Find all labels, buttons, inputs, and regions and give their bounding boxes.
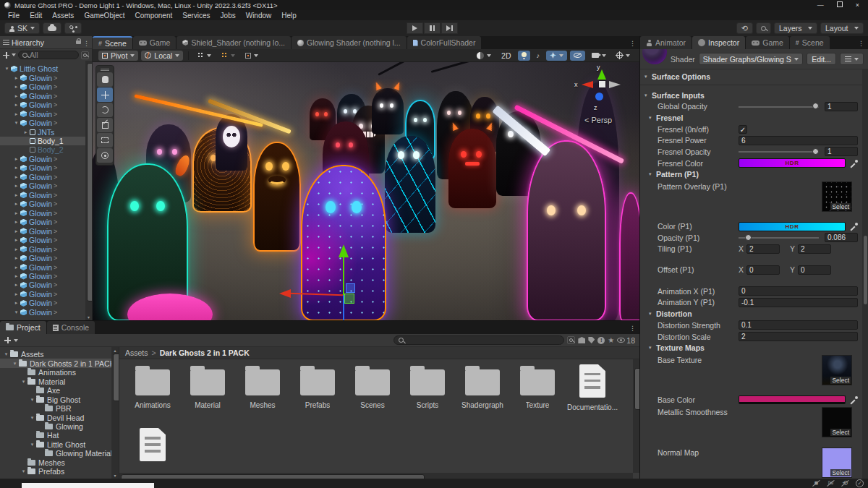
prefab-arrow[interactable]: > — [54, 119, 57, 127]
search-button[interactable] — [756, 22, 771, 34]
tree-scrollbar[interactable]: ▴ ▾ — [111, 347, 119, 479]
grid-item-texture[interactable]: Texture — [510, 362, 565, 426]
grid-scrollbar-vertical[interactable] — [633, 359, 639, 473]
hierarchy-row[interactable]: ▸Glowin> — [0, 82, 85, 91]
cloud-button[interactable] — [43, 22, 61, 34]
refresh-disabled-icon[interactable]: ⟲ — [841, 479, 849, 487]
expand-arrow-icon[interactable]: ▸ — [12, 265, 20, 270]
overlay-drag-handle[interactable] — [96, 66, 114, 72]
chevron-down-icon[interactable] — [14, 339, 18, 342]
y-field[interactable]: 2 — [798, 244, 831, 254]
expand-arrow-icon[interactable]: ▾ — [28, 442, 36, 448]
grid-item-meshes[interactable]: Meshes — [235, 362, 290, 426]
prefab-arrow[interactable]: > — [54, 291, 57, 298]
hierarchy-row[interactable]: ▾Glowin> — [0, 308, 85, 317]
transform-tool-button[interactable] — [97, 148, 113, 163]
prefab-arrow[interactable]: > — [54, 155, 57, 163]
foldout-fresnel[interactable]: ▾Fresnel — [640, 112, 862, 124]
audio-toggle[interactable]: ♪ — [533, 51, 544, 61]
hierarchy-row[interactable]: ▸Glowin> — [0, 262, 85, 271]
tab-shield-shader-nothing-lo-[interactable]: Shield_Shader (nothing lo... — [176, 36, 291, 49]
gizmo-plane-green[interactable] — [344, 294, 354, 304]
prefab-arrow[interactable]: > — [54, 174, 57, 181]
gizmo-y-arrow[interactable] — [339, 244, 349, 257]
select-button[interactable]: Select — [830, 377, 851, 384]
hierarchy-row[interactable]: ▸JNTs — [0, 127, 85, 136]
tab-console[interactable]: Console — [47, 321, 95, 334]
expand-arrow-icon[interactable]: ▸ — [12, 183, 20, 189]
expand-arrow-icon[interactable]: ▾ — [12, 120, 20, 126]
menu-component[interactable]: Component — [130, 12, 178, 20]
used-by-filter-icon[interactable]: ! — [597, 337, 605, 344]
prefab-arrow[interactable]: > — [54, 111, 57, 118]
tree-row-glowing-material[interactable]: Glowing Material — [0, 449, 111, 458]
foldout-surface-options[interactable]: ▾Surface Options — [640, 71, 862, 82]
menu-edit[interactable]: Edit — [25, 12, 47, 20]
chevron-down-icon[interactable] — [12, 53, 16, 56]
menu-file[interactable]: File — [3, 12, 25, 20]
gizmo-center-cube[interactable] — [599, 81, 605, 87]
slider-thumb[interactable] — [745, 234, 752, 241]
tree-row-prefabs[interactable]: ▾Prefabs — [0, 467, 111, 476]
view-orientation-gizmo[interactable] — [573, 67, 631, 117]
hierarchy-row[interactable]: ▸Glowin> — [0, 244, 85, 253]
account-button[interactable]: SK — [4, 22, 40, 34]
grid-item-scripts[interactable]: Scripts — [400, 362, 455, 426]
prefab-arrow[interactable]: > — [54, 254, 57, 262]
value-field[interactable]: 0.1 — [739, 320, 858, 330]
menu-services[interactable]: Services — [177, 12, 215, 20]
version-control-button[interactable] — [64, 22, 82, 34]
value-field[interactable]: 2 — [739, 332, 858, 341]
hierarchy-row[interactable]: ▸Glowin> — [0, 290, 85, 299]
prefab-arrow[interactable]: > — [54, 246, 57, 253]
prefab-arrow[interactable]: > — [54, 83, 57, 90]
expand-arrow-icon[interactable]: ▸ — [22, 129, 30, 135]
expand-arrow-icon[interactable]: ▸ — [12, 102, 20, 108]
2d-toggle[interactable]: 2D — [498, 51, 514, 61]
foldout-pattern-p1-[interactable]: ▾Pattern (P1) — [640, 169, 862, 181]
prefab-arrow[interactable]: > — [54, 192, 57, 199]
handle-rotation-dropdown[interactable]: Local — [141, 51, 183, 61]
tree-row-little-ghost[interactable]: ▾Little Ghost — [0, 440, 111, 449]
prefab-arrow[interactable]: > — [54, 164, 57, 171]
slider-thumb[interactable] — [812, 103, 819, 109]
hdr-color-field[interactable]: HDR — [739, 158, 846, 168]
tab-inspector[interactable]: Inspector — [692, 36, 745, 49]
tab-project[interactable]: Project — [0, 321, 46, 334]
hierarchy-row[interactable]: ▸Glowin> — [0, 163, 85, 172]
foldout-distortion[interactable]: ▾Distortion — [640, 308, 862, 320]
value-field[interactable]: 1 — [825, 147, 858, 156]
prefab-arrow[interactable]: > — [54, 182, 57, 189]
foldout-texture-maps[interactable]: ▾Texture Maps — [640, 342, 862, 354]
tree-row-assets[interactable]: ▾Assets — [0, 350, 111, 359]
black-texture-thumbnail[interactable]: Select — [822, 407, 852, 437]
layers-dropdown[interactable]: Layers — [774, 22, 817, 34]
prefab-arrow[interactable]: > — [54, 218, 57, 226]
scene-visibility-toggle[interactable] — [570, 51, 585, 61]
menu-jobs[interactable]: Jobs — [216, 12, 241, 20]
slider-thumb[interactable] — [812, 148, 819, 155]
minimize-button[interactable]: — — [817, 1, 824, 9]
expand-arrow-icon[interactable]: ▸ — [12, 219, 20, 225]
ghost-texture-thumbnail[interactable]: Select — [822, 355, 852, 385]
slider[interactable] — [739, 147, 819, 155]
grid-item-shadergraph[interactable]: Shadergraph — [455, 362, 510, 426]
prefab-arrow[interactable]: > — [54, 101, 57, 108]
material-properties-menu[interactable] — [840, 53, 864, 65]
snap-increment-dropdown[interactable] — [218, 51, 239, 61]
tree-row-big-ghost[interactable]: ▾Big Ghost — [0, 395, 111, 403]
camera-settings-dropdown[interactable] — [588, 51, 610, 61]
hierarchy-scrollbar[interactable]: ▾ — [85, 61, 92, 320]
status-ok-icon[interactable]: ✓ — [856, 479, 864, 487]
expand-arrow-icon[interactable]: ▸ — [12, 247, 20, 252]
gizmos-dropdown[interactable] — [613, 51, 634, 61]
shader-dropdown[interactable]: Shader Graphs/Glowing Shade — [699, 53, 803, 65]
expand-arrow-icon[interactable]: ▸ — [12, 93, 20, 99]
layout-dropdown[interactable]: Layout — [820, 22, 864, 34]
prefab-arrow[interactable]: > — [54, 74, 57, 82]
rect-tool-button[interactable] — [97, 133, 113, 147]
tree-row-hat[interactable]: Hat — [0, 431, 111, 440]
hierarchy-row[interactable]: ▸Glowin> — [0, 272, 85, 281]
pivot-dropdown[interactable]: Pivot — [98, 51, 138, 61]
tab-scene[interactable]: #Scene — [790, 36, 830, 49]
